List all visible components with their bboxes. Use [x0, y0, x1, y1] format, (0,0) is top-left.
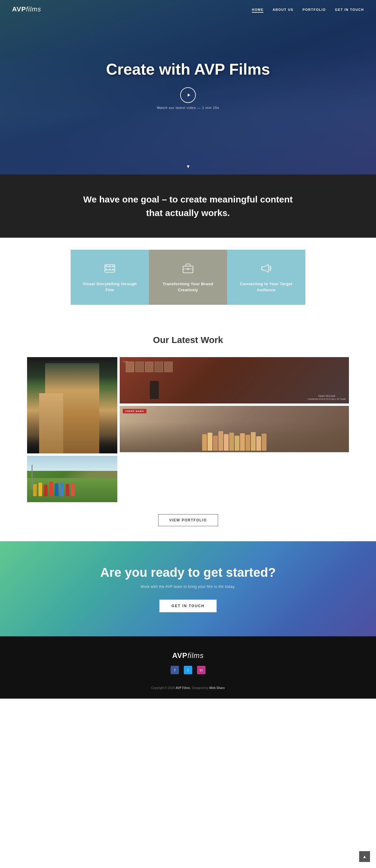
view-portfolio-button[interactable]: VIEW PORTFOLIO — [158, 514, 218, 526]
nav-item-home[interactable]: HOME — [252, 7, 263, 12]
footer-copyright: Copyright © 2019 AVP Films. Designed by … — [12, 686, 364, 690]
portfolio-heading: Our Latest Work — [0, 335, 376, 345]
hero-content: Create with AVP Films Watch our latest v… — [0, 19, 376, 163]
film-icon — [103, 262, 117, 276]
portfolio-item-group-store[interactable]: VDEEP BAMS — [120, 406, 349, 452]
svg-rect-6 — [113, 266, 114, 267]
hero-title: Create with AVP Films — [106, 60, 270, 78]
nav-link-home[interactable]: HOME — [252, 8, 263, 13]
twitter-icon[interactable]: t — [184, 666, 192, 674]
svg-rect-7 — [106, 269, 107, 270]
svg-marker-0 — [188, 94, 190, 97]
nav-item-contact[interactable]: GET IN TOUCH — [335, 7, 364, 12]
designed-by-text: . Designed by — [190, 686, 209, 690]
footer-logo-italic: films — [187, 651, 203, 659]
briefcase-icon — [181, 262, 195, 276]
portfolio-grid-top: Dean McLeodCANADIAN ATHLETICS HALL OF FA… — [0, 357, 376, 454]
service-title-audience: Connecting to Your Target Audience — [236, 281, 296, 293]
hero-section: AVPfilms HOME ABOUT US PORTFOLIO GET IN … — [0, 0, 376, 175]
portfolio-grid-bottom — [0, 456, 376, 502]
service-card-audience: Connecting to Your Target Audience — [227, 250, 305, 305]
instagram-icon[interactable]: in — [197, 666, 206, 674]
site-logo[interactable]: AVPfilms — [12, 5, 41, 13]
social-icons: f t in — [12, 666, 364, 674]
copyright-text: Copyright © 2019 — [151, 686, 176, 690]
nav-item-about[interactable]: ABOUT US — [273, 7, 293, 12]
footer-logo: AVPfilms — [12, 651, 364, 660]
scroll-down-arrow[interactable]: ▾ — [0, 163, 376, 175]
logo-bold: AVP — [12, 5, 26, 13]
play-button[interactable] — [180, 87, 196, 103]
cta-section: Are you ready to get started? Work with … — [0, 541, 376, 636]
services-section: Visual Storytelling through Film Transfo… — [0, 238, 376, 320]
footer: AVPfilms f t in Copyright © 2019 AVP Fil… — [0, 636, 376, 699]
nav-link-contact[interactable]: GET IN TOUCH — [335, 8, 364, 11]
hero-video-label: Watch our latest video — 1 min 15s — [157, 106, 219, 110]
service-card-brand: Transforming Your Brand Creatively — [149, 250, 227, 305]
main-nav: AVPfilms HOME ABOUT US PORTFOLIO GET IN … — [0, 0, 376, 19]
megaphone-icon — [259, 262, 273, 276]
portfolio-item-kids-field[interactable] — [27, 456, 117, 502]
svg-rect-4 — [106, 266, 107, 267]
portfolio-item-building[interactable] — [27, 357, 117, 454]
footer-logo-bold: AVP — [173, 651, 188, 659]
svg-marker-14 — [262, 265, 268, 272]
tagline-text: We have one goal – to create meaningful … — [83, 192, 293, 220]
service-title-brand: Transforming Your Brand Creatively — [158, 281, 218, 293]
svg-rect-5 — [109, 266, 111, 267]
nav-link-portfolio[interactable]: PORTFOLIO — [303, 8, 326, 11]
svg-rect-8 — [109, 269, 111, 270]
cta-heading: Are you ready to get started? — [12, 565, 364, 580]
facebook-icon[interactable]: f — [170, 666, 179, 674]
nav-link-about[interactable]: ABOUT US — [273, 8, 293, 11]
tagline-section: We have one goal – to create meaningful … — [0, 175, 376, 238]
cta-subtext: Work with the AVP team to bring your fil… — [12, 585, 364, 589]
portfolio-section: Our Latest Work Dean McLeodCANADIAN ATHL… — [0, 320, 376, 541]
nav-item-portfolio[interactable]: PORTFOLIO — [303, 7, 326, 12]
portfolio-item-hall-of-fame[interactable]: Dean McLeodCANADIAN ATHLETICS HALL OF FA… — [120, 357, 349, 403]
designer-name: Web Sharx — [209, 686, 225, 690]
svg-rect-10 — [183, 266, 193, 273]
nav-list: HOME ABOUT US PORTFOLIO GET IN TOUCH — [252, 7, 364, 12]
portfolio-col-right: Dean McLeodCANADIAN ATHLETICS HALL OF FA… — [120, 357, 349, 454]
cta-button[interactable]: GET IN TOUCH — [159, 600, 217, 612]
svg-rect-9 — [113, 269, 114, 270]
logo-italic: films — [26, 5, 41, 13]
service-card-film: Visual Storytelling through Film — [71, 250, 149, 305]
footer-brand: AVP Films — [176, 686, 190, 690]
service-title-film: Visual Storytelling through Film — [80, 281, 140, 293]
portfolio-col-left — [27, 357, 117, 454]
